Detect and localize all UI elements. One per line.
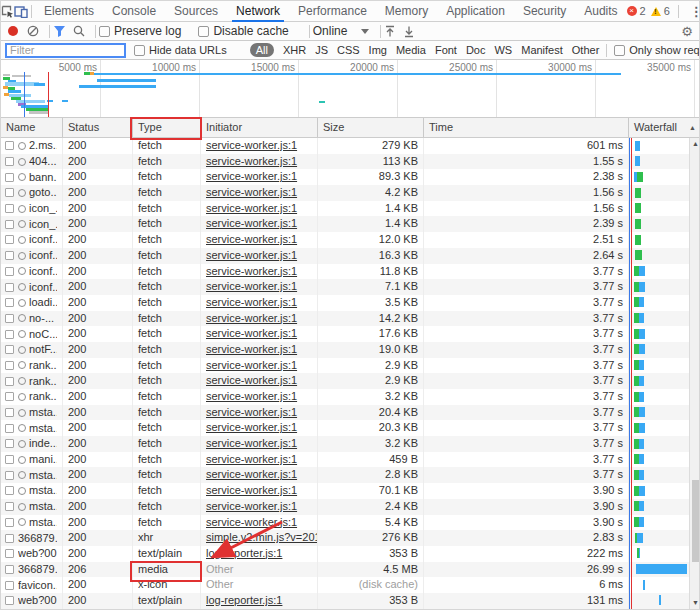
filter-pill-ws[interactable]: WS	[494, 44, 512, 56]
filter-pill-other[interactable]: Other	[572, 44, 600, 56]
table-row[interactable]: rank...200fetchservice-worker.js:12.9 KB…	[1, 358, 700, 374]
initiator-link[interactable]: service-worker.js:1	[206, 453, 297, 465]
initiator-link[interactable]: service-worker.js:1	[206, 139, 297, 151]
tab-application[interactable]: Application	[437, 1, 514, 22]
table-row[interactable]: icon_...200fetchservice-worker.js:11.4 K…	[1, 201, 700, 217]
device-toolbar-icon[interactable]	[14, 1, 28, 21]
row-checkbox[interactable]	[5, 392, 14, 401]
initiator-link[interactable]: service-worker.js:1	[206, 516, 297, 528]
row-checkbox[interactable]	[5, 486, 14, 495]
table-row[interactable]: no-...200fetchservice-worker.js:114.2 KB…	[1, 311, 700, 327]
scrollbar-thumb[interactable]	[692, 480, 700, 562]
disable-cache-checkbox[interactable]: Disable cache	[198, 24, 298, 38]
row-checkbox[interactable]	[5, 361, 14, 370]
filter-pill-css[interactable]: CSS	[337, 44, 360, 56]
table-row[interactable]: rank...200fetchservice-worker.js:12.9 KB…	[1, 373, 700, 389]
filter-input[interactable]	[5, 43, 126, 58]
initiator-link[interactable]: service-worker.js:1	[206, 468, 297, 480]
row-checkbox[interactable]	[5, 141, 14, 150]
filter-pill-js[interactable]: JS	[315, 44, 328, 56]
initiator-link[interactable]: service-worker.js:1	[206, 359, 297, 371]
row-checkbox[interactable]	[5, 455, 14, 464]
initiator-link[interactable]: service-worker.js:1	[206, 374, 297, 386]
table-row[interactable]: bann...200fetchservice-worker.js:189.3 K…	[1, 169, 700, 185]
row-checkbox[interactable]	[5, 534, 14, 543]
row-checkbox[interactable]	[5, 377, 14, 386]
initiator-link[interactable]: service-worker.js:1	[206, 265, 297, 277]
row-checkbox[interactable]	[5, 173, 14, 182]
filter-pill-xhr[interactable]: XHR	[283, 44, 306, 56]
row-checkbox[interactable]	[5, 330, 14, 339]
tab-audits[interactable]: Audits	[575, 1, 626, 22]
row-checkbox[interactable]	[5, 518, 14, 527]
table-row[interactable]: 2.ms...200fetchservice-worker.js:1279 KB…	[1, 138, 700, 154]
checkbox[interactable]	[614, 45, 625, 56]
row-checkbox[interactable]	[5, 549, 14, 558]
initiator-link[interactable]: service-worker.js:1	[206, 406, 297, 418]
warning-count-badge[interactable]: ! 6	[651, 5, 670, 17]
tab-console[interactable]: Console	[103, 1, 165, 22]
checkbox[interactable]	[134, 45, 145, 56]
initiator-link[interactable]: service-worker.js:1	[206, 217, 297, 229]
initiator-link[interactable]: service-worker.js:1	[206, 500, 297, 512]
column-header-type[interactable]: Type	[133, 118, 201, 137]
tab-sources[interactable]: Sources	[165, 1, 227, 22]
filter-pill-doc[interactable]: Doc	[466, 44, 486, 56]
tab-memory[interactable]: Memory	[376, 1, 437, 22]
table-row[interactable]: notF...200fetchservice-worker.js:119.0 K…	[1, 342, 700, 358]
initiator-link[interactable]: service-worker.js:1	[206, 484, 297, 496]
row-checkbox[interactable]	[5, 235, 14, 244]
row-checkbox[interactable]	[5, 439, 14, 448]
scroll-up-icon[interactable]: ▲	[690, 138, 700, 150]
checkbox[interactable]	[198, 26, 209, 37]
scroll-down-icon[interactable]: ▼	[690, 597, 700, 609]
initiator-link[interactable]: service-worker.js:1	[206, 186, 297, 198]
filter-pill-img[interactable]: Img	[369, 44, 387, 56]
initiator-link[interactable]: service-worker.js:1	[206, 437, 297, 449]
table-row[interactable]: loadi...200fetchservice-worker.js:13.5 K…	[1, 295, 700, 311]
initiator-link[interactable]: service-worker.js:1	[206, 390, 297, 402]
initiator-link[interactable]: service-worker.js:1	[206, 312, 297, 324]
initiator-link[interactable]: service-worker.js:1	[206, 296, 297, 308]
more-options-icon[interactable]: ⋮	[687, 4, 700, 19]
table-row[interactable]: msta...200fetchservice-worker.js:12.4 KB…	[1, 499, 700, 515]
column-header-time[interactable]: Time	[424, 118, 629, 137]
table-row[interactable]: iconf...200fetchservice-worker.js:116.3 …	[1, 248, 700, 264]
table-row[interactable]: goto...200fetchservice-worker.js:14.2 KB…	[1, 185, 700, 201]
initiator-link[interactable]: service-worker.js:1	[206, 233, 297, 245]
initiator-link[interactable]: log-reporter.js:1	[206, 547, 282, 559]
row-checkbox[interactable]	[5, 188, 14, 197]
preserve-log-checkbox[interactable]: Preserve log	[99, 24, 191, 38]
row-checkbox[interactable]	[5, 424, 14, 433]
table-row[interactable]: icon_...200fetchservice-worker.js:11.4 K…	[1, 216, 700, 232]
initiator-link[interactable]: service-worker.js:1	[206, 327, 297, 339]
tab-network[interactable]: Network	[227, 1, 289, 22]
table-row[interactable]: 366879...206mediaOther4.5 MB26.99 s	[1, 562, 700, 578]
row-checkbox[interactable]	[5, 157, 14, 166]
record-network-log-button[interactable]	[8, 26, 18, 36]
samesite-checkbox[interactable]: Only show requests with SameSite issues	[614, 44, 700, 56]
row-checkbox[interactable]	[5, 345, 14, 354]
table-row[interactable]: 404....200fetchservice-worker.js:1113 KB…	[1, 154, 700, 170]
tab-performance[interactable]: Performance	[289, 1, 376, 22]
tab-security[interactable]: Security	[514, 1, 575, 22]
table-row[interactable]: msta...200fetchservice-worker.js:120.4 K…	[1, 405, 700, 421]
row-checkbox[interactable]	[5, 596, 14, 605]
network-overview-timeline[interactable]: 5000 ms10000 ms15000 ms20000 ms25000 ms3…	[1, 60, 700, 118]
filter-pill-manifest[interactable]: Manifest	[521, 44, 563, 56]
row-checkbox[interactable]	[5, 471, 14, 480]
filter-icon[interactable]	[53, 25, 66, 37]
filter-pill-all[interactable]: All	[250, 43, 274, 57]
row-checkbox[interactable]	[5, 220, 14, 229]
initiator-link[interactable]: service-worker.js:1	[206, 280, 297, 292]
export-har-icon[interactable]	[403, 25, 415, 38]
row-checkbox[interactable]	[5, 251, 14, 260]
table-row[interactable]: web?00...200text/plainlog-reporter.js:13…	[1, 546, 700, 562]
row-checkbox[interactable]	[5, 298, 14, 307]
inspect-element-icon[interactable]	[1, 1, 14, 21]
table-row[interactable]: web?00...200text/plainlog-reporter.js:13…	[1, 593, 700, 609]
settings-gear-icon[interactable]: ⚙	[681, 24, 700, 39]
initiator-link[interactable]: service-worker.js:1	[206, 155, 297, 167]
table-row[interactable]: rank...200fetchservice-worker.js:13.2 KB…	[1, 389, 700, 405]
initiator-link[interactable]: service-worker.js:1	[206, 249, 297, 261]
